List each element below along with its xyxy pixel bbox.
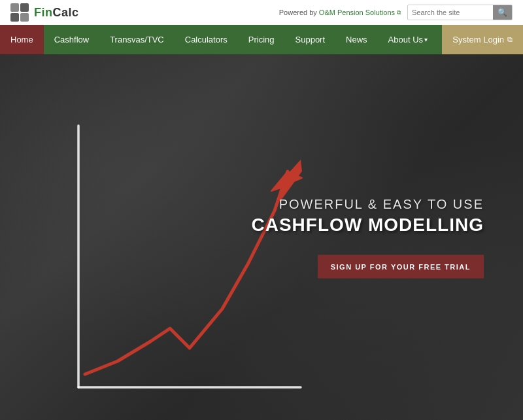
system-login-button[interactable]: System Login ⧉ — [442, 25, 523, 54]
powered-by-link[interactable]: O&M Pension Solutions — [319, 9, 395, 16]
hero-section: POWERFUL & EASY TO USE CASHFLOW MODELLIN… — [0, 54, 523, 420]
nav-item-about-us[interactable]: About Us — [378, 25, 438, 54]
logo-fin: Fin — [34, 6, 53, 19]
search-input[interactable] — [408, 7, 493, 18]
logo-icon — [10, 3, 29, 22]
nav-item-transvas[interactable]: Transvas/TVC — [99, 25, 175, 54]
logo-text: FinCalc — [34, 6, 79, 20]
external-link-icon: ⧉ — [507, 35, 513, 44]
powered-by-label: Powered by — [279, 9, 317, 16]
powered-by: Powered by O&M Pension Solutions ⧉ — [279, 9, 401, 16]
top-bar: FinCalc Powered by O&M Pension Solutions… — [0, 0, 523, 25]
nav-item-pricing[interactable]: Pricing — [238, 25, 285, 54]
search-button[interactable]: 🔍 — [493, 5, 512, 20]
logo-calc: Calc — [53, 6, 79, 19]
navbar: Home Cashflow Transvas/TVC Calculators P… — [0, 25, 523, 54]
nav-item-home[interactable]: Home — [0, 25, 44, 54]
hero-subtitle: POWERFUL & EASY TO USE — [251, 196, 484, 211]
nav-item-news[interactable]: News — [335, 25, 378, 54]
top-right: Powered by O&M Pension Solutions ⧉ 🔍 — [279, 5, 513, 20]
nav-item-support[interactable]: Support — [285, 25, 336, 54]
external-link-icon: ⧉ — [397, 9, 401, 16]
nav-item-cashflow[interactable]: Cashflow — [44, 25, 99, 54]
hero-text: POWERFUL & EASY TO USE CASHFLOW MODELLIN… — [251, 196, 484, 278]
cta-button[interactable]: SIGN UP FOR YOUR FREE TRIAL — [318, 254, 484, 278]
hero-title: CASHFLOW MODELLING — [251, 214, 484, 235]
system-login-label: System Login — [452, 35, 504, 44]
nav-item-calculators[interactable]: Calculators — [175, 25, 238, 54]
search-bar[interactable]: 🔍 — [407, 5, 513, 20]
logo[interactable]: FinCalc — [10, 3, 79, 22]
